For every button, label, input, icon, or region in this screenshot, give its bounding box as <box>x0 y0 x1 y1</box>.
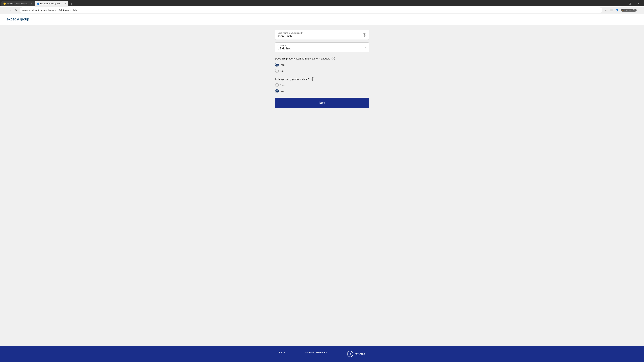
close-button[interactable]: ✕ <box>635 1 643 6</box>
channel-manager-info-icon[interactable]: i <box>332 57 335 60</box>
legal-name-field[interactable]: Legal name of your property John Smith i <box>275 30 369 40</box>
channel-manager-question: Does this property work with a channel m… <box>275 57 369 60</box>
channel-manager-section: Does this property work with a channel m… <box>275 57 369 72</box>
chain-question-text: Is this property part of a chain? <box>275 78 310 80</box>
footer-logo-icon: e <box>347 351 353 357</box>
address-input[interactable] <box>20 7 602 13</box>
main-content: Legal name of your property John Smith i… <box>0 25 644 346</box>
incognito-badge: 🕵 Incognito (2) <box>621 9 636 11</box>
currency-dropdown-arrow: ▾ <box>362 44 368 50</box>
faqs-link[interactable]: FAQs <box>279 351 285 354</box>
maximize-button[interactable]: ❐ <box>626 1 634 6</box>
legal-name-info-icon[interactable]: i <box>362 32 368 38</box>
tab-switcher-icon[interactable]: ⬜ <box>609 8 614 12</box>
tab-bar: 🟡 Expedia Travel: Vacation Home... ✕ 🔵 L… <box>1 1 616 6</box>
tab-2-favicon: 🔵 <box>37 2 39 5</box>
tab-1-title: Expedia Travel: Vacation Home... <box>7 2 29 5</box>
menu-icon[interactable]: ⋮ <box>638 8 642 12</box>
currency-wrapper: Currency US dollars <box>275 42 362 52</box>
incognito-icon: 🕵 <box>622 9 624 11</box>
browser-chrome: 🟡 Expedia Travel: Vacation Home... ✕ 🔵 L… <box>0 0 644 14</box>
tab-1[interactable]: 🟡 Expedia Travel: Vacation Home... ✕ <box>1 1 35 6</box>
address-bar: ← → ↻ ☆ ⬜ 👤 🕵 Incognito (2) ⋮ <box>0 6 644 14</box>
tab-1-close[interactable]: ✕ <box>30 2 33 5</box>
currency-label: Currency <box>278 44 360 46</box>
minimize-button[interactable]: — <box>617 1 624 6</box>
chain-no-option[interactable]: No <box>275 89 369 93</box>
currency-value: US dollars <box>278 47 360 50</box>
channel-manager-yes-radio-fill <box>276 64 278 66</box>
logo-text: expedia group <box>7 17 29 21</box>
inclusion-link[interactable]: Inclusion statement <box>306 351 327 354</box>
channel-manager-yes-option[interactable]: Yes <box>275 63 369 66</box>
chain-section: Is this property part of a chain? i Yes … <box>275 77 369 93</box>
forward-button[interactable]: → <box>8 8 12 12</box>
currency-select[interactable]: Currency US dollars ▾ <box>275 42 369 52</box>
form-container: Legal name of your property John Smith i… <box>275 30 369 341</box>
channel-manager-question-text: Does this property work with a channel m… <box>275 57 330 60</box>
legal-name-label: Legal name of your property <box>278 32 359 34</box>
back-button[interactable]: ← <box>2 8 6 12</box>
channel-manager-yes-radio[interactable] <box>275 63 279 66</box>
tab-2-close[interactable]: ✕ <box>64 2 66 5</box>
channel-manager-no-label: No <box>280 69 284 72</box>
info-circle-icon: i <box>363 33 366 36</box>
toolbar-icons: ☆ ⬜ 👤 🕵 Incognito (2) ⋮ <box>604 8 642 12</box>
chain-yes-label: Yes <box>280 84 284 87</box>
channel-manager-yes-label: Yes <box>280 63 284 66</box>
chain-info-icon[interactable]: i <box>311 77 314 81</box>
legal-name-value: John Smith <box>278 34 359 38</box>
reload-button[interactable]: ↻ <box>14 8 18 12</box>
tab-2-title: List Your Property with Expedia... <box>40 2 63 5</box>
channel-manager-no-option[interactable]: No <box>275 69 369 72</box>
logo-tm: ™ <box>29 17 33 21</box>
next-button[interactable]: Next <box>275 98 369 108</box>
page-header: expedia group™ <box>0 14 644 25</box>
browser-titlebar: 🟡 Expedia Travel: Vacation Home... ✕ 🔵 L… <box>0 0 644 6</box>
chain-no-radio[interactable] <box>275 89 279 93</box>
window-controls: — ❐ ✕ <box>617 1 643 6</box>
incognito-label: Incognito (2) <box>625 9 635 11</box>
legal-name-wrapper: Legal name of your property John Smith <box>275 30 362 39</box>
bookmark-icon[interactable]: ☆ <box>604 8 608 12</box>
page-content: expedia group™ Legal name of your proper… <box>0 14 644 362</box>
chain-yes-option[interactable]: Yes <box>275 83 369 87</box>
chain-question: Is this property part of a chain? i <box>275 77 369 81</box>
tab-2[interactable]: 🔵 List Your Property with Expedia... ✕ <box>35 1 68 6</box>
chain-no-label: No <box>280 90 284 93</box>
page-footer: FAQs Inclusion statement e expedia <box>0 346 644 362</box>
chain-no-radio-fill <box>276 90 278 92</box>
tab-1-favicon: 🟡 <box>3 2 6 5</box>
chain-yes-radio[interactable] <box>275 83 279 87</box>
expedia-logo: expedia group™ <box>7 17 637 21</box>
footer-logo-text: expedia <box>354 352 365 356</box>
footer-logo: e expedia <box>347 351 365 357</box>
profile-icon[interactable]: 👤 <box>615 8 620 12</box>
new-tab-button[interactable]: + <box>69 2 74 6</box>
channel-manager-no-radio[interactable] <box>275 69 279 72</box>
